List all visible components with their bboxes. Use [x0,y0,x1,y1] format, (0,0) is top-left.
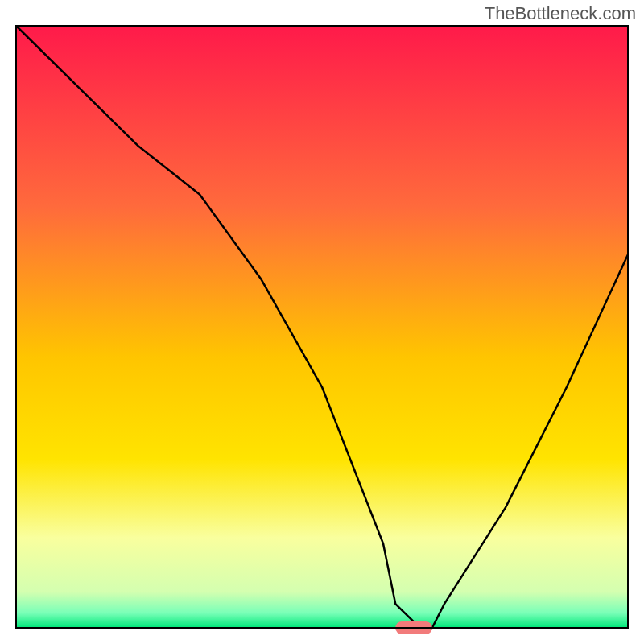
chart-svg [0,0,644,644]
bottleneck-chart: TheBottleneck.com [0,0,644,644]
watermark-text: TheBottleneck.com [485,3,636,24]
